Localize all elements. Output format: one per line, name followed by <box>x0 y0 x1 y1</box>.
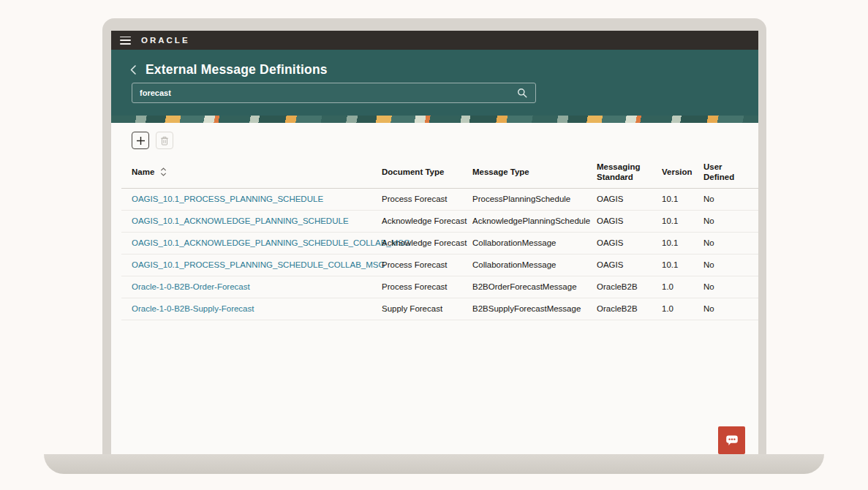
back-button[interactable] <box>130 65 136 75</box>
column-header-document-type: Document Type <box>382 157 472 188</box>
search-box <box>132 83 536 103</box>
definitions-table: Name Document Type Message Type Messagin… <box>121 157 758 320</box>
column-header-user-defined: User Defined <box>703 157 758 188</box>
table-cell: B2BSupplyForecastMessage <box>472 298 597 320</box>
table-cell: Process Forecast <box>382 254 472 276</box>
laptop-base <box>44 454 824 474</box>
table-cell: ProcessPlanningSchedule <box>472 188 597 210</box>
column-label: Name <box>132 167 154 177</box>
table-cell: No <box>703 298 758 320</box>
table-cell: OracleB2B <box>597 298 662 320</box>
sort-arrows-icon[interactable] <box>160 167 167 176</box>
message-definition-link[interactable]: OAGIS_10.1_PROCESS_PLANNING_SCHEDULE_COL… <box>132 260 385 269</box>
laptop-frame: ORACLE External Message Definitions <box>102 18 766 457</box>
search-input[interactable] <box>132 83 517 102</box>
column-header-version: Version <box>662 157 703 188</box>
message-definition-link[interactable]: Oracle-1-0-B2B-Supply-Forecast <box>132 304 254 313</box>
table-cell: No <box>703 276 758 298</box>
table-cell: 10.1 <box>662 232 703 254</box>
message-definition-link[interactable]: OAGIS_10.1_ACKNOWLEDGE_PLANNING_SCHEDULE… <box>132 238 410 247</box>
trash-icon <box>160 136 169 146</box>
table-row: Oracle-1-0-B2B-Supply-ForecastSupply For… <box>121 298 758 320</box>
decorative-banner <box>111 116 758 123</box>
table-cell: 1.0 <box>662 298 703 320</box>
table-cell: OAGIS <box>597 188 662 210</box>
page-title: External Message Definitions <box>146 62 328 78</box>
table-row: OAGIS_10.1_PROCESS_PLANNING_SCHEDULE_COL… <box>121 254 758 276</box>
column-header-messaging-standard: Messaging Standard <box>597 157 662 188</box>
hamburger-menu-icon[interactable] <box>120 37 131 45</box>
table-row: OAGIS_10.1_PROCESS_PLANNING_SCHEDULEProc… <box>121 188 758 210</box>
chat-button[interactable] <box>718 426 745 454</box>
table-cell: 10.1 <box>662 188 703 210</box>
app-topbar: ORACLE <box>111 31 758 50</box>
table-cell: No <box>703 232 758 254</box>
delete-button[interactable] <box>156 132 173 149</box>
plus-icon <box>136 136 146 146</box>
table-cell: AcknowledgePlanningSchedule <box>472 210 597 232</box>
table-cell: OracleB2B <box>597 276 662 298</box>
table-cell: Process Forecast <box>382 188 472 210</box>
page-header: External Message Definitions <box>111 50 758 116</box>
toolbar <box>111 123 758 149</box>
table-cell: CollaborationMessage <box>472 254 597 276</box>
table-cell: Oracle-1-0-B2B-Order-Forecast <box>121 276 382 298</box>
table-cell: OAGIS_10.1_ACKNOWLEDGE_PLANNING_SCHEDULE… <box>121 232 382 254</box>
table-cell: OAGIS <box>597 210 662 232</box>
table-header-row: Name Document Type Message Type Messagin… <box>121 157 758 188</box>
table-cell: Acknowledge Forecast <box>382 232 472 254</box>
table-row: Oracle-1-0-B2B-Order-ForecastProcess For… <box>121 276 758 298</box>
message-definition-link[interactable]: Oracle-1-0-B2B-Order-Forecast <box>132 282 250 291</box>
message-definition-link[interactable]: OAGIS_10.1_ACKNOWLEDGE_PLANNING_SCHEDULE <box>132 216 349 225</box>
title-row: External Message Definitions <box>111 50 758 78</box>
table-cell: B2BOrderForecastMessage <box>472 276 597 298</box>
table-cell: OAGIS_10.1_ACKNOWLEDGE_PLANNING_SCHEDULE <box>121 210 382 232</box>
table-cell: Oracle-1-0-B2B-Supply-Forecast <box>121 298 382 320</box>
table-row: OAGIS_10.1_ACKNOWLEDGE_PLANNING_SCHEDULE… <box>121 232 758 254</box>
speech-bubble-dots-icon <box>724 432 740 448</box>
content-area: Name Document Type Message Type Messagin… <box>111 123 758 455</box>
search-button[interactable] <box>517 88 535 98</box>
column-header-name[interactable]: Name <box>121 157 382 188</box>
table-cell: No <box>703 254 758 276</box>
table-cell: OAGIS_10.1_PROCESS_PLANNING_SCHEDULE <box>121 188 382 210</box>
table-cell: 10.1 <box>662 254 703 276</box>
search-icon <box>517 88 527 98</box>
table-cell: OAGIS <box>597 254 662 276</box>
table-cell: OAGIS_10.1_PROCESS_PLANNING_SCHEDULE_COL… <box>121 254 382 276</box>
column-header-message-type: Message Type <box>472 157 597 188</box>
message-definition-link[interactable]: OAGIS_10.1_PROCESS_PLANNING_SCHEDULE <box>132 195 323 203</box>
table-cell: No <box>703 188 758 210</box>
table-cell: Supply Forecast <box>382 298 472 320</box>
table-cell: 1.0 <box>662 276 703 298</box>
chevron-left-icon <box>130 65 136 75</box>
app-window: ORACLE External Message Definitions <box>111 31 758 455</box>
table-row: OAGIS_10.1_ACKNOWLEDGE_PLANNING_SCHEDULE… <box>121 210 758 232</box>
table-cell: Acknowledge Forecast <box>382 210 472 232</box>
table-body: OAGIS_10.1_PROCESS_PLANNING_SCHEDULEProc… <box>121 188 758 320</box>
table-cell: No <box>703 210 758 232</box>
add-button[interactable] <box>132 132 149 149</box>
table-cell: OAGIS <box>597 232 662 254</box>
table-cell: Process Forecast <box>382 276 472 298</box>
table-cell: 10.1 <box>662 210 703 232</box>
oracle-logo: ORACLE <box>141 36 190 45</box>
table-cell: CollaborationMessage <box>472 232 597 254</box>
